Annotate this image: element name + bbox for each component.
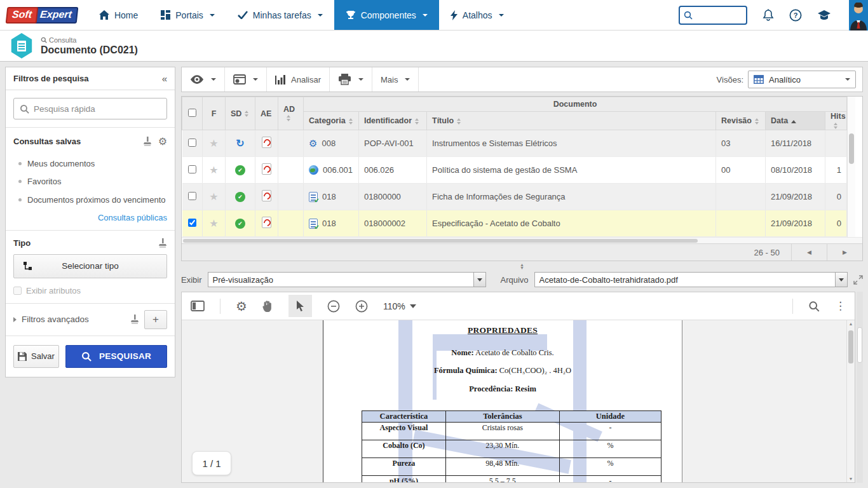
file-select[interactable]: Acetato-de-Cobalto-tetrahidratado.pdf xyxy=(534,272,848,287)
sort-icon[interactable] xyxy=(457,118,461,125)
column-header-titulo[interactable]: Título xyxy=(427,112,716,130)
previous-page-button[interactable]: ◀ xyxy=(791,244,827,261)
column-header-sd[interactable]: SD xyxy=(226,97,255,130)
table-row[interactable]: ★ ✔ 018 01800000 Ficha de Informações de… xyxy=(182,184,847,210)
scroll-up-arrow-icon[interactable]: ▲ xyxy=(849,322,853,326)
clear-icon[interactable] xyxy=(130,315,139,324)
column-header-f[interactable]: F xyxy=(203,97,226,130)
fullscreen-expand-icon[interactable] xyxy=(853,275,863,285)
pdf-file-icon[interactable] xyxy=(262,137,271,148)
save-query-button[interactable]: Salvar xyxy=(13,345,59,368)
favorite-star-icon[interactable]: ★ xyxy=(209,138,218,149)
search-button[interactable]: PESQUISAR xyxy=(65,345,167,368)
table-row-selected[interactable]: ★ ✔ 018 018000002 Especificação - Acetat… xyxy=(182,210,847,237)
pdf-viewer[interactable]: PROPRIEDADES Nome: Acetato de Cobalto Cr… xyxy=(182,320,855,482)
row-checkbox[interactable] xyxy=(188,165,196,173)
nav-home[interactable]: Home xyxy=(88,0,149,30)
pdf-settings-gear-icon[interactable]: ⚙ xyxy=(236,299,247,314)
outer-vertical-scrollbar[interactable] xyxy=(857,292,863,483)
scroll-down-arrow-icon[interactable]: ▼ xyxy=(849,477,853,481)
more-button[interactable]: Mais xyxy=(372,67,419,92)
panel-splitter[interactable]: ▲▼ xyxy=(181,261,863,271)
column-header-hits[interactable]: Hits xyxy=(825,112,847,130)
clear-icon[interactable] xyxy=(158,238,167,248)
sort-icon[interactable] xyxy=(245,111,248,117)
display-mode-value: Pré-visualização xyxy=(208,273,473,287)
saved-query-item[interactable]: Documentos próximos do vencimento xyxy=(13,191,167,209)
quick-search-input[interactable] xyxy=(34,104,161,114)
bullet-icon xyxy=(18,180,22,183)
scrollbar-thumb[interactable] xyxy=(183,239,698,243)
favorite-star-icon[interactable]: ★ xyxy=(209,165,218,175)
sort-icon[interactable] xyxy=(349,118,353,125)
scrollbar-thumb[interactable] xyxy=(848,330,853,363)
hand-tool-icon[interactable] xyxy=(262,300,273,312)
add-filter-button[interactable]: + xyxy=(144,310,167,329)
splitter-grip-icon[interactable]: ▲▼ xyxy=(520,263,524,269)
favorite-star-icon[interactable]: ★ xyxy=(209,191,218,202)
dropdown-arrow-icon[interactable] xyxy=(473,273,485,287)
zoom-in-icon[interactable] xyxy=(355,300,368,313)
pdf-search-icon[interactable] xyxy=(808,301,820,312)
soft-expert-logo[interactable]: Soft Expert xyxy=(0,0,88,30)
sort-icon[interactable] xyxy=(834,123,837,129)
table-row[interactable]: ★ ↻ ⚙008 POP-AVI-001 Instrumentos e Sist… xyxy=(182,130,847,157)
collapse-sidebar-icon[interactable]: « xyxy=(162,73,167,84)
row-checkbox[interactable] xyxy=(188,192,196,200)
public-queries-link[interactable]: Consultas públicas xyxy=(13,213,167,222)
column-header-identificador[interactable]: Identificador xyxy=(359,112,427,130)
report-window-button[interactable] xyxy=(225,67,267,92)
select-tool-cursor-icon[interactable] xyxy=(288,295,312,317)
zoom-level-select[interactable]: 110% xyxy=(383,301,416,311)
select-type-button[interactable]: Selecionar tipo xyxy=(13,254,167,278)
sidebar-toggle-icon[interactable] xyxy=(191,301,205,311)
nav-portais[interactable]: Portais xyxy=(149,0,226,30)
table-row[interactable]: ★ ✔ 006.001 006.026 Política do sistema … xyxy=(182,157,847,184)
notifications-bell-icon[interactable] xyxy=(763,9,774,21)
zoom-out-icon[interactable] xyxy=(327,300,340,313)
analyze-button[interactable]: Analisar xyxy=(267,67,330,92)
help-icon[interactable]: ? xyxy=(789,9,802,22)
pdf-file-icon[interactable] xyxy=(262,190,271,201)
global-search-box[interactable] xyxy=(679,6,747,25)
pdf-file-icon[interactable] xyxy=(262,217,271,228)
user-avatar[interactable] xyxy=(849,0,868,30)
print-button[interactable] xyxy=(330,67,372,92)
column-header-categoria[interactable]: Categoria xyxy=(304,112,359,130)
dropdown-arrow-icon[interactable] xyxy=(835,273,847,287)
column-header-data[interactable]: Data xyxy=(766,112,825,130)
saved-query-item[interactable]: Meus documentos xyxy=(13,155,167,173)
column-header-revisao[interactable]: Revisão xyxy=(716,112,766,130)
sort-icon[interactable] xyxy=(415,118,419,125)
sort-icon[interactable] xyxy=(287,115,290,121)
gear-icon[interactable]: ⚙ xyxy=(158,135,167,147)
column-header-ae[interactable]: AE xyxy=(255,97,278,130)
pdf-file-icon[interactable] xyxy=(262,163,271,175)
view-columns-button[interactable] xyxy=(182,67,225,92)
data-value: 16/11/2018 xyxy=(766,130,825,157)
display-mode-select[interactable]: Pré-visualização xyxy=(208,272,486,287)
saved-query-item[interactable]: Favoritos xyxy=(13,173,167,191)
nav-componentes[interactable]: Componentes xyxy=(334,0,439,30)
sort-icon[interactable] xyxy=(755,118,759,125)
nav-minhas-tarefas[interactable]: Minhas tarefas xyxy=(226,0,334,30)
scrollbar-thumb[interactable] xyxy=(857,327,862,363)
global-search-input[interactable] xyxy=(695,10,740,20)
more-options-kebab-icon[interactable]: ⋮ xyxy=(835,299,846,313)
training-cap-icon[interactable] xyxy=(817,10,831,20)
quick-search-box[interactable] xyxy=(13,98,167,119)
scrollbar-thumb[interactable] xyxy=(849,133,854,164)
nav-atalhos[interactable]: Atalhos xyxy=(439,0,515,30)
pdf-vertical-scrollbar[interactable]: ▲ ▼ xyxy=(846,320,855,482)
row-checkbox[interactable] xyxy=(188,219,196,227)
table-vertical-scrollbar[interactable] xyxy=(847,97,855,237)
column-header-ad[interactable]: AD xyxy=(278,97,304,130)
select-all-checkbox[interactable] xyxy=(188,109,196,117)
next-page-button[interactable]: ▶ xyxy=(827,244,862,261)
clear-icon[interactable] xyxy=(143,137,152,146)
table-horizontal-scrollbar[interactable] xyxy=(182,237,862,243)
advanced-filters-row[interactable]: Filtros avançados + xyxy=(6,304,175,336)
views-select[interactable]: Analítico xyxy=(748,71,856,88)
favorite-star-icon[interactable]: ★ xyxy=(209,218,218,229)
row-checkbox[interactable] xyxy=(188,139,196,147)
